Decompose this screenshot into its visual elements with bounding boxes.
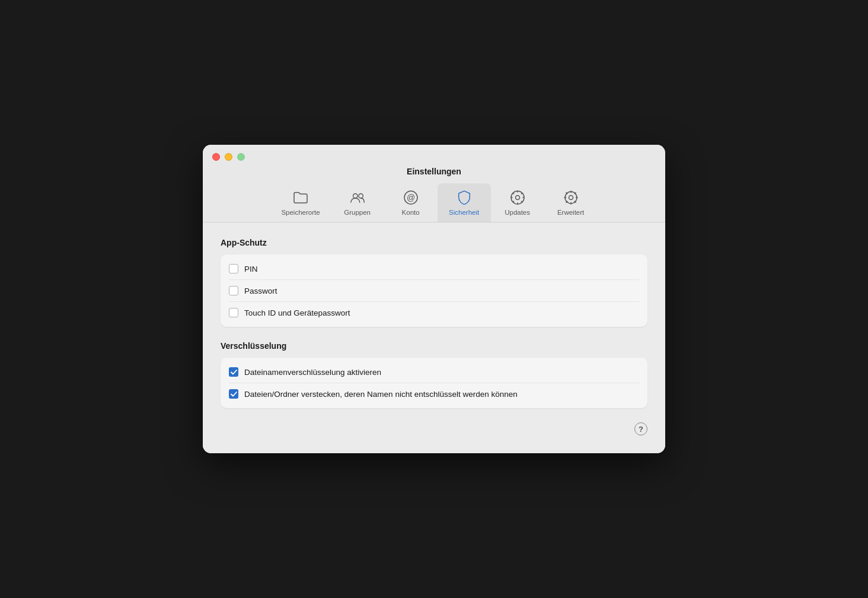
tab-konto-label: Konto	[402, 209, 420, 216]
tab-sicherheit-label: Sicherheit	[449, 209, 479, 216]
titlebar: Einstellungen Speicherorte	[203, 145, 665, 222]
svg-line-9	[513, 193, 513, 193]
app-schutz-card: PIN Passwort Touch ID und Gerätepasswort	[221, 255, 647, 327]
label-touchid: Touch ID und Gerätepasswort	[244, 308, 350, 317]
svg-point-14	[569, 196, 573, 200]
verschluesselung-title: Verschlüsselung	[221, 341, 647, 351]
tab-updates[interactable]: Updates	[491, 183, 544, 222]
label-pin: PIN	[244, 265, 258, 273]
option-pin: PIN	[229, 258, 639, 280]
checkbox-dateinamen[interactable]	[229, 367, 238, 377]
updates-icon	[509, 189, 526, 206]
svg-line-12	[513, 201, 513, 202]
settings-window: Einstellungen Speicherorte	[203, 145, 665, 453]
svg-point-15	[565, 192, 577, 203]
svg-point-13	[515, 196, 519, 200]
help-row: ?	[221, 422, 647, 435]
tab-speicherorte[interactable]: Speicherorte	[270, 183, 330, 222]
svg-line-10	[521, 201, 522, 202]
gear-icon	[563, 189, 579, 206]
checkbox-passwort[interactable]	[229, 286, 238, 295]
minimize-button[interactable]	[225, 153, 232, 161]
checkbox-touchid[interactable]	[229, 308, 238, 317]
tab-erweitert[interactable]: Erweitert	[544, 183, 598, 222]
option-passwort: Passwort	[229, 280, 639, 302]
close-button[interactable]	[212, 153, 220, 161]
checkbox-pin[interactable]	[229, 264, 238, 273]
label-passwort: Passwort	[244, 287, 277, 295]
svg-point-0	[353, 194, 357, 198]
app-schutz-title: App-Schutz	[221, 238, 647, 247]
tab-updates-label: Updates	[505, 209, 530, 216]
checkbox-verstecken[interactable]	[229, 389, 238, 399]
svg-point-1	[358, 194, 362, 198]
shield-icon	[456, 189, 473, 206]
svg-line-11	[521, 193, 522, 193]
tab-sicherheit[interactable]: Sicherheit	[438, 183, 491, 222]
option-touchid: Touch ID und Gerätepasswort	[229, 302, 639, 323]
verschluesselung-card: Dateinamenverschlüsselung aktivieren Dat…	[221, 358, 647, 408]
help-button[interactable]: ?	[634, 422, 647, 435]
tab-speicherorte-label: Speicherorte	[281, 209, 320, 216]
groups-icon	[349, 189, 366, 206]
tab-erweitert-label: Erweitert	[557, 209, 584, 216]
tab-konto[interactable]: @ Konto	[384, 183, 438, 222]
toolbar: Speicherorte Gruppen	[212, 183, 656, 222]
main-content: App-Schutz PIN Passwort Touch ID und Ger…	[203, 222, 665, 453]
option-verstecken: Dateien/Ordner verstecken, deren Namen n…	[229, 383, 639, 405]
tab-gruppen[interactable]: Gruppen	[331, 183, 384, 222]
window-title: Einstellungen	[407, 167, 461, 176]
option-dateinamen: Dateinamenverschlüsselung aktivieren	[229, 361, 639, 383]
tab-gruppen-label: Gruppen	[344, 209, 371, 216]
folder-icon	[292, 189, 309, 206]
svg-text:@: @	[407, 193, 415, 202]
window-controls	[212, 153, 245, 161]
konto-icon: @	[403, 189, 419, 206]
label-verstecken: Dateien/Ordner verstecken, deren Namen n…	[244, 390, 518, 399]
label-dateinamen: Dateinamenverschlüsselung aktivieren	[244, 368, 381, 377]
maximize-button[interactable]	[237, 153, 245, 161]
